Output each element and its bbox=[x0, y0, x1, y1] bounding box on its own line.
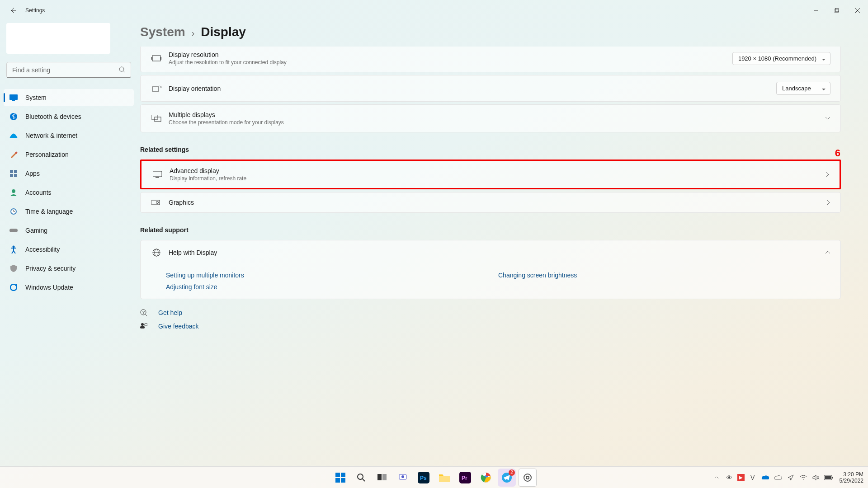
get-help-icon: ? bbox=[140, 309, 150, 316]
section-related-settings: Related settings bbox=[140, 146, 841, 153]
annotation-highlight: 6 Advanced display Display information, … bbox=[140, 160, 841, 189]
start-button[interactable] bbox=[331, 469, 349, 487]
card-display-resolution[interactable]: Display resolution Adjust the resolution… bbox=[140, 47, 841, 72]
taskbar-explorer[interactable] bbox=[435, 469, 453, 487]
sidebar-item-apps[interactable]: Apps bbox=[4, 165, 134, 182]
sidebar-item-label: Windows Update bbox=[25, 284, 73, 291]
photoshop-icon: Ps bbox=[418, 472, 429, 483]
taskbar-chrome[interactable] bbox=[477, 469, 495, 487]
chevron-up-icon bbox=[825, 251, 830, 254]
update-icon bbox=[9, 283, 18, 292]
orientation-dropdown[interactable]: Landscape bbox=[776, 82, 830, 95]
sidebar-item-privacy[interactable]: Privacy & security bbox=[4, 260, 134, 277]
get-help-link[interactable]: Get help bbox=[158, 309, 182, 316]
tray-wifi-icon[interactable] bbox=[799, 473, 808, 482]
help-body: Setting up multiple monitors Changing sc… bbox=[141, 265, 840, 299]
help-link-multi-monitors[interactable]: Setting up multiple monitors bbox=[166, 272, 498, 279]
sidebar-item-bluetooth[interactable]: Bluetooth & devices bbox=[4, 108, 134, 125]
svg-rect-25 bbox=[160, 57, 161, 60]
card-advanced-display[interactable]: Advanced display Display information, re… bbox=[142, 161, 840, 188]
taskbar-app-ps[interactable]: Ps bbox=[415, 469, 433, 487]
sidebar-item-gaming[interactable]: Gaming bbox=[4, 222, 134, 239]
tray-location-icon[interactable] bbox=[786, 473, 795, 482]
close-button[interactable] bbox=[847, 4, 868, 17]
account-card[interactable] bbox=[6, 23, 110, 54]
feedback-row[interactable]: Give feedback bbox=[140, 323, 841, 330]
card-subtitle: Adjust the resolution to fit your connec… bbox=[169, 59, 732, 66]
breadcrumb: System › Display bbox=[140, 25, 841, 39]
accounts-icon bbox=[9, 188, 18, 197]
tray-cloud-icon[interactable] bbox=[774, 473, 783, 482]
minimize-icon bbox=[814, 8, 818, 13]
sidebar-item-label: Gaming bbox=[25, 227, 47, 234]
chevron-down-icon bbox=[825, 117, 830, 120]
tray-app-icon[interactable]: ▶ bbox=[737, 474, 745, 481]
taskbar-chat[interactable] bbox=[394, 469, 412, 487]
chat-icon bbox=[398, 473, 407, 482]
dropdown-value: Landscape bbox=[782, 85, 811, 92]
sidebar-item-network[interactable]: Network & internet bbox=[4, 127, 134, 144]
svg-point-32 bbox=[156, 202, 159, 204]
svg-line-50 bbox=[363, 479, 365, 481]
minimize-button[interactable] bbox=[806, 4, 826, 17]
tray-eye-icon[interactable]: 👁 bbox=[725, 473, 734, 482]
svg-rect-29 bbox=[153, 171, 162, 177]
svg-rect-69 bbox=[832, 477, 833, 479]
taskbar: Ps Pr 2 👁 ▶ V 3:20 PM 5/29/2022 bbox=[0, 466, 868, 488]
sidebar-item-update[interactable]: Windows Update bbox=[4, 279, 134, 296]
help-header[interactable]: Help with Display bbox=[141, 240, 840, 265]
svg-text:Ps: Ps bbox=[420, 475, 427, 481]
svg-rect-48 bbox=[341, 478, 345, 483]
sidebar-item-label: Accessibility bbox=[25, 246, 60, 253]
maximize-button[interactable] bbox=[826, 4, 847, 17]
svg-rect-46 bbox=[341, 473, 345, 477]
breadcrumb-current: Display bbox=[201, 25, 246, 39]
orientation-icon bbox=[151, 85, 162, 92]
back-button[interactable] bbox=[9, 6, 17, 14]
tray-v-icon[interactable]: V bbox=[748, 473, 757, 482]
tray-onedrive-icon[interactable] bbox=[761, 473, 770, 482]
taskbar-search[interactable] bbox=[352, 469, 370, 487]
clock-date: 5/29/2022 bbox=[840, 478, 863, 484]
svg-rect-14 bbox=[14, 174, 17, 177]
sidebar-item-label: Personalization bbox=[25, 151, 69, 158]
tray-battery-icon[interactable] bbox=[824, 473, 833, 482]
sidebar-item-system[interactable]: System bbox=[4, 89, 134, 106]
help-link-brightness[interactable]: Changing screen brightness bbox=[498, 272, 830, 279]
taskbar-taskview[interactable] bbox=[373, 469, 391, 487]
resolution-dropdown[interactable]: 868 × 488 (Recommended) bbox=[732, 52, 830, 65]
svg-rect-70 bbox=[825, 476, 831, 479]
taskbar-settings[interactable] bbox=[519, 469, 537, 487]
svg-line-41 bbox=[145, 314, 147, 316]
svg-line-6 bbox=[123, 71, 125, 73]
tray-volume-icon[interactable] bbox=[811, 473, 821, 482]
get-help-row[interactable]: ? Get help bbox=[140, 309, 841, 316]
feedback-link[interactable]: Give feedback bbox=[158, 323, 199, 330]
card-multiple-displays[interactable]: Multiple displays Choose the presentatio… bbox=[140, 104, 841, 132]
sidebar-item-time[interactable]: Time & language bbox=[4, 203, 134, 220]
sidebar-item-personalization[interactable]: Personalization bbox=[4, 146, 134, 163]
card-text: Advanced display Display information, re… bbox=[170, 167, 820, 182]
titlebar: Settings bbox=[0, 0, 868, 20]
taskbar-app-telegram[interactable]: 2 bbox=[498, 469, 516, 487]
search-icon bbox=[357, 473, 366, 482]
personalization-icon bbox=[9, 150, 18, 159]
svg-point-15 bbox=[12, 189, 15, 193]
sidebar-item-accounts[interactable]: Accounts bbox=[4, 184, 134, 201]
search-input[interactable] bbox=[6, 62, 131, 78]
sidebar: System Bluetooth & devices Network & int… bbox=[0, 20, 140, 466]
breadcrumb-parent[interactable]: System bbox=[140, 25, 185, 39]
card-display-orientation[interactable]: Display orientation Landscape bbox=[140, 75, 841, 102]
close-icon bbox=[855, 8, 860, 13]
help-link-font-size[interactable]: Adjusting font size bbox=[166, 283, 498, 291]
taskbar-app-pr[interactable]: Pr bbox=[456, 469, 474, 487]
globe-icon bbox=[151, 249, 162, 257]
card-graphics[interactable]: Graphics bbox=[140, 192, 841, 213]
tray-chevron-icon[interactable] bbox=[712, 473, 721, 482]
svg-rect-44 bbox=[145, 324, 147, 326]
taskbar-clock[interactable]: 3:20 PM 5/29/2022 bbox=[840, 471, 863, 484]
feedback-icon bbox=[140, 323, 150, 330]
svg-point-49 bbox=[358, 474, 363, 479]
sidebar-item-accessibility[interactable]: Accessibility bbox=[4, 241, 134, 258]
arrow-left-icon bbox=[9, 7, 17, 14]
